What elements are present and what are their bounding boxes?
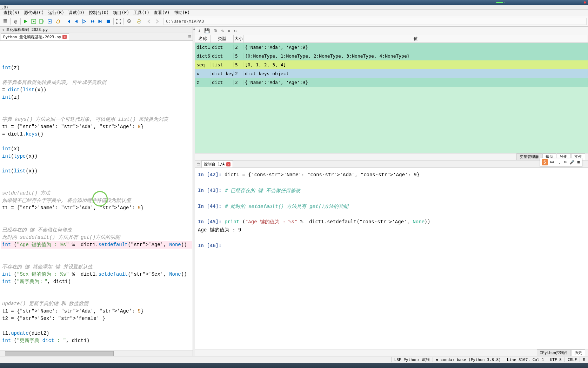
refresh-icon[interactable]: ↻ xyxy=(234,28,236,33)
save-as-icon[interactable]: 🗎 xyxy=(213,28,218,33)
panel-menu-icon[interactable]: ☰ xyxy=(188,35,191,39)
menu-item[interactable]: 控制台(O) xyxy=(87,10,111,16)
debug-prev-icon[interactable] xyxy=(72,18,80,25)
rerun-icon[interactable] xyxy=(54,18,62,25)
var-size: 5 xyxy=(234,53,243,59)
status-tab[interactable]: IPython控制台 xyxy=(537,349,571,356)
menu-bar: 查找(S)源代码(C)运行(R)调试(D)控制台(O)项目(P)工具(T)查看(… xyxy=(0,10,588,16)
svg-rect-1 xyxy=(40,19,42,24)
close-console-icon[interactable]: ✕ xyxy=(226,162,230,166)
close-tab-icon[interactable]: ✕ xyxy=(62,35,67,39)
var-type: dict xyxy=(211,80,234,85)
import-icon[interactable]: ⬇ xyxy=(198,28,201,33)
run-cell-advance-icon[interactable] xyxy=(38,18,46,25)
status-tab[interactable]: 历史 xyxy=(571,349,585,356)
taskbar xyxy=(0,363,588,368)
ime-voice-icon[interactable]: 🎤 xyxy=(569,160,575,165)
right-panel: ⬇ 💾 🗎 ✎ ✕ ↻ 名称 类型 大小 值 dict1dict2{'Name'… xyxy=(195,27,588,356)
nav-forward-icon[interactable] xyxy=(153,18,161,25)
menu-item[interactable]: 查看(V) xyxy=(152,10,172,16)
variable-row[interactable]: dict6dict5{0:NoneType, 1:NoneType, 2:Non… xyxy=(195,52,588,60)
variable-row[interactable]: dict1dict2{'Name':'Ada', 'Age':9} xyxy=(195,43,588,52)
svg-point-3 xyxy=(128,21,129,22)
console-output: Age 键的值为 : 9 xyxy=(198,226,585,234)
fullscreen-icon[interactable] xyxy=(115,18,122,25)
variable-explorer[interactable]: 名称 类型 大小 值 dict1dict2{'Name':'Ada', 'Age… xyxy=(195,35,588,153)
variable-toolbar: ⬇ 💾 🗎 ✎ ✕ ↻ xyxy=(195,27,588,35)
run-cell-icon[interactable] xyxy=(30,18,38,25)
ime-logo-icon[interactable]: S xyxy=(542,159,548,165)
menu-item[interactable]: 项目(P) xyxy=(111,10,131,16)
nav-back-icon[interactable] xyxy=(145,18,153,25)
goto-icon[interactable]: @ xyxy=(12,18,19,25)
ime-punct-toggle[interactable]: ， xyxy=(556,159,562,165)
col-header-value[interactable]: 值 xyxy=(243,35,588,42)
debug-step-icon[interactable] xyxy=(88,18,96,25)
code-line: 不存在的 键 就会添加 键 并设置默认值 xyxy=(1,263,192,271)
ime-lang-toggle[interactable]: 中 xyxy=(549,159,555,165)
code-line xyxy=(1,138,192,145)
svg-rect-2 xyxy=(107,20,110,23)
editor-tab-label: Python 量化编程基础-2023.py xyxy=(3,34,61,40)
settings-icon[interactable] xyxy=(125,18,133,25)
ipython-console[interactable]: In [42]: dict1 = {"cons-str">'Name': "co… xyxy=(195,168,588,349)
code-line xyxy=(1,285,192,293)
var-name: x xyxy=(195,71,211,76)
code-line xyxy=(1,182,192,190)
menu-item[interactable]: 源代码(C) xyxy=(22,10,46,16)
var-name: dict6 xyxy=(195,53,211,59)
pane-tab[interactable]: 变量管理器 xyxy=(516,153,542,160)
editor-tab-bar: Python 量化编程基础-2023.py ✕ ☰ xyxy=(0,33,193,41)
scroll-thumb[interactable] xyxy=(5,351,114,356)
var-name: seq xyxy=(195,62,211,67)
menu-item[interactable]: 工具(T) xyxy=(131,10,152,16)
menu-item[interactable]: 查找(S) xyxy=(1,10,22,16)
debug-first-icon[interactable] xyxy=(64,18,72,25)
save-icon[interactable]: 💾 xyxy=(204,28,210,33)
indent-icon[interactable] xyxy=(1,18,9,25)
col-header-type[interactable]: 类型 xyxy=(211,35,234,42)
clear-icon[interactable]: ✎ xyxy=(221,28,224,33)
run-icon[interactable] xyxy=(22,18,29,25)
console-line: In [45]: print ("Age 键的值为 : %s" % dict1.… xyxy=(198,218,585,225)
folder-icon[interactable]: 🗀 xyxy=(196,162,201,166)
chevron-left-icon[interactable]: ◀ xyxy=(193,27,195,31)
variable-row[interactable]: xdict_keys2dict_keys object xyxy=(195,69,588,78)
code-line: update() 更新字典的键 和 数值数据 xyxy=(1,300,192,308)
delete-icon[interactable]: ✕ xyxy=(228,28,230,33)
python-path-icon[interactable] xyxy=(135,18,143,25)
debug-play-icon[interactable] xyxy=(80,18,88,25)
ime-emoji-icon[interactable]: ☺ xyxy=(563,160,567,165)
var-type: dict xyxy=(211,45,234,50)
stop-icon[interactable] xyxy=(105,18,112,25)
main-toolbar: @ C:\Users\MIAPAD xyxy=(0,16,588,27)
col-header-size[interactable]: 大小 xyxy=(234,35,243,42)
variable-row[interactable]: zdict2{'Name':'Ada', 'Age':9} xyxy=(195,78,588,87)
editor-tab[interactable]: Python 量化编程基础-2023.py ✕ xyxy=(1,33,69,40)
code-editor[interactable]: int(z) 将字典条目数据先转换成列表, 再生成字典数据= dict(list… xyxy=(0,41,193,350)
horizontal-scrollbar[interactable] xyxy=(0,350,193,356)
status-position: Line 3107, Col 1 xyxy=(504,357,547,362)
console-tab[interactable]: 控制台 1/A ✕ xyxy=(201,160,233,167)
working-directory[interactable]: C:\Users\MIAPAD xyxy=(163,18,587,25)
var-value: {0:NoneType, 1:NoneType, 2:NoneType, 3:N… xyxy=(243,53,588,59)
code-line: int ("新字典为：", dict1) xyxy=(1,278,192,285)
menu-item[interactable]: 运行(R) xyxy=(46,10,66,16)
console-prompt[interactable]: In [46]: xyxy=(198,242,585,249)
status-lsp: LSP Python: 就绪 xyxy=(391,357,433,362)
menu-item[interactable]: 帮助(H) xyxy=(172,10,192,16)
ime-grid-icon[interactable]: ⊞ xyxy=(577,160,581,165)
record-dot-icon xyxy=(584,1,586,4)
variable-row[interactable]: seqlist5[0, 1, 2, 3, 4] xyxy=(195,60,588,69)
code-line: 字典 keys() 方法返回一个可迭代对象, 可以使用 list() 来转换为列… xyxy=(1,116,192,123)
run-selection-icon[interactable] xyxy=(46,18,54,25)
menu-item[interactable]: 调试(D) xyxy=(66,10,87,16)
code-line xyxy=(1,101,192,109)
debug-last-icon[interactable] xyxy=(96,18,104,25)
code-line: int(x) xyxy=(1,145,192,153)
file-path-bar: n 量化编程基础-2023.py xyxy=(0,27,193,33)
code-line: int ("更新字典 dict : ", dict1) xyxy=(1,337,192,344)
ime-toolbar[interactable]: S 中 ， ☺ 🎤 ⊞ xyxy=(540,158,582,166)
col-header-name[interactable]: 名称 xyxy=(195,35,211,42)
code-line: 此时的 setdefault() 方法具有 get()方法的功能 xyxy=(1,234,192,241)
